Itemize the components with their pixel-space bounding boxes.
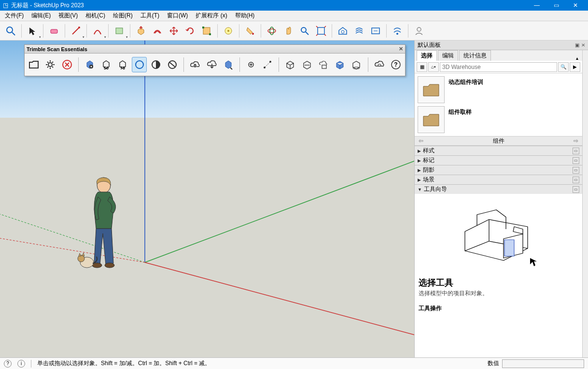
side-panel-title: 默认面板 <box>418 41 441 49</box>
nav-forward-icon[interactable]: ⇨ <box>574 137 578 144</box>
forward-icon[interactable]: ▶ <box>570 62 580 72</box>
scan-essentials-toolbar[interactable]: Trimble Scan Essentials ✕ 50 75 <box>24 44 406 76</box>
folder-icon <box>418 76 445 103</box>
classification-icon[interactable] <box>165 57 180 72</box>
tab-select[interactable]: 选择 <box>417 50 437 61</box>
inspect-cloud-icon[interactable] <box>221 57 236 72</box>
svg-point-36 <box>136 61 143 68</box>
ground-fit-icon[interactable] <box>349 57 364 72</box>
pin-icon[interactable]: ▣ <box>575 42 579 48</box>
shape-tool-icon[interactable] <box>112 23 127 39</box>
delete-icon[interactable] <box>60 57 74 72</box>
cloud-upload-icon[interactable] <box>188 57 202 72</box>
zoom-tool-icon[interactable] <box>297 23 312 39</box>
solid-fit-icon[interactable] <box>333 57 347 72</box>
settings-icon[interactable] <box>43 57 57 72</box>
search-input[interactable] <box>440 62 557 72</box>
svg-rect-45 <box>322 65 326 68</box>
instructor-illustration <box>450 203 547 270</box>
svg-point-27 <box>105 263 114 268</box>
search-tool-icon[interactable] <box>3 23 18 39</box>
select-tool-icon[interactable] <box>25 23 40 39</box>
pushpull-tool-icon[interactable] <box>133 23 149 39</box>
sync-cloud-icon[interactable] <box>372 57 387 72</box>
rotate-tool-icon[interactable] <box>182 23 198 39</box>
scan-toolbar-close-icon[interactable]: ✕ <box>399 46 403 52</box>
close-button[interactable]: ✕ <box>566 0 585 11</box>
minimize-button[interactable]: — <box>527 0 546 11</box>
panel-close-icon[interactable]: ✕ <box>581 42 585 48</box>
plane-fit-icon[interactable] <box>300 57 314 72</box>
pan-tool-icon[interactable] <box>280 23 296 39</box>
status-help-icon[interactable]: ? <box>4 360 12 368</box>
component-item[interactable]: 组件取样 <box>418 106 579 133</box>
cloud-download-icon[interactable] <box>204 57 219 72</box>
menu-edit[interactable]: 编辑(E) <box>28 11 54 21</box>
tape-tool-icon[interactable] <box>221 23 236 39</box>
viewport[interactable]: Trimble Scan Essentials ✕ 50 75 <box>0 41 414 357</box>
extension-warehouse-icon[interactable] <box>351 23 367 39</box>
density-50-icon[interactable]: 50 <box>99 57 113 72</box>
menu-window[interactable]: 窗口(W) <box>164 11 191 21</box>
accordion-scenes[interactable]: ▶场景▭ <box>415 175 582 184</box>
nav-back-icon[interactable]: ⇦ <box>419 137 423 144</box>
accordion-styles[interactable]: ▶样式▭ <box>415 146 582 155</box>
measure-icon[interactable] <box>260 57 275 72</box>
intensity-icon[interactable] <box>149 57 163 72</box>
extension-manager-icon[interactable] <box>390 23 405 39</box>
move-tool-icon[interactable] <box>166 23 182 39</box>
menu-tools[interactable]: 工具(T) <box>138 11 162 21</box>
tab-edit[interactable]: 编辑 <box>438 50 458 61</box>
density-75-icon[interactable]: 75 <box>115 57 130 72</box>
add-point-icon[interactable] <box>244 57 258 72</box>
maximize-button[interactable]: ▭ <box>546 0 566 11</box>
account-icon[interactable] <box>411 23 427 39</box>
component-list: 动态组件培训 组件取样 <box>415 73 582 136</box>
status-info-icon[interactable]: i <box>17 360 25 368</box>
scan-toolbar-title-bar[interactable]: Trimble Scan Essentials ✕ <box>25 45 405 54</box>
menu-file[interactable]: 文件(F) <box>2 11 27 21</box>
eraser-tool-icon[interactable] <box>46 23 62 39</box>
svg-point-12 <box>268 29 276 33</box>
arc-tool-icon[interactable] <box>90 23 105 39</box>
zoom-extents-icon[interactable] <box>313 23 329 39</box>
svg-rect-8 <box>209 33 211 35</box>
tab-stats[interactable]: 统计信息 <box>459 50 491 61</box>
search-go-icon[interactable]: 🔍 <box>558 62 569 72</box>
view-cloud-icon[interactable] <box>83 57 97 72</box>
menu-camera[interactable]: 相机(C) <box>83 11 108 21</box>
panel-collapse-icon[interactable]: ▴ <box>576 55 580 61</box>
instructor-title: 选择工具 <box>419 277 578 288</box>
orbit-tool-icon[interactable] <box>264 23 280 39</box>
instructor-desc: 选择模型中的项目和对象。 <box>419 289 578 298</box>
menu-view[interactable]: 视图(V) <box>56 11 81 21</box>
offset-tool-icon[interactable] <box>150 23 165 39</box>
accordion-instructor[interactable]: ▼工具向导▭ <box>415 184 582 194</box>
paint-tool-icon[interactable] <box>242 23 258 39</box>
layout-icon[interactable] <box>368 23 383 39</box>
line-tool-icon[interactable] <box>68 23 84 39</box>
cloud-box-icon[interactable] <box>316 57 331 72</box>
component-item[interactable]: 动态组件培训 <box>418 76 579 103</box>
side-scrollbar[interactable] <box>582 50 588 357</box>
home-icon[interactable]: ⌂▾ <box>428 62 439 72</box>
measurement-input[interactable] <box>502 359 584 368</box>
box-fit-icon[interactable] <box>283 57 297 72</box>
svg-rect-16 <box>318 27 324 34</box>
scale-tool-icon[interactable] <box>199 23 214 39</box>
accordion-shadows[interactable]: ▶阴影▭ <box>415 165 582 175</box>
svg-rect-6 <box>203 27 210 34</box>
accordion-tags[interactable]: ▶标记▭ <box>415 155 582 165</box>
menu-ext[interactable]: 扩展程序 (x) <box>193 11 230 21</box>
svg-rect-2 <box>51 29 57 33</box>
svg-text:?: ? <box>394 61 397 68</box>
color-mode-icon[interactable] <box>132 57 146 72</box>
view-mode-icon[interactable]: ▦ <box>417 62 427 72</box>
help-icon[interactable]: ? <box>389 57 403 72</box>
side-panel-header[interactable]: 默认面板 ▣✕ <box>415 41 588 50</box>
menu-help[interactable]: 帮助(H) <box>232 11 258 21</box>
svg-point-17 <box>341 30 344 33</box>
warehouse-icon[interactable] <box>335 23 350 39</box>
menu-draw[interactable]: 绘图(R) <box>110 11 136 21</box>
open-file-icon[interactable] <box>27 57 41 72</box>
